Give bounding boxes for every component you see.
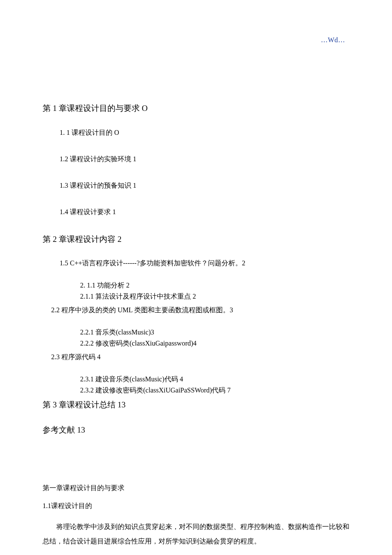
toc-item-1-5: 1.5 C++语言程序设计------?多功能资料加密软件？问题分析。2 xyxy=(60,258,349,268)
toc-chapter-3-title: 第 3 章课程设计总结 13 xyxy=(43,399,349,411)
table-of-contents: 第 1 章课程设计目的与要求 O 1. 1 课程设计目的 O 1.2 课程设计的… xyxy=(43,102,349,436)
body-content: 第一章课程设计目的与要求 1.1课程设计目的 将理论教学中涉及到的知识点贯穿起来… xyxy=(43,483,349,548)
toc-sub-2-3: 2.3.1 建设音乐类(classMusic)代码 4 2.3.2 建设修改密码… xyxy=(80,374,349,395)
header-watermark: …Wd… xyxy=(321,35,345,45)
toc-chapter-1-items: 1. 1 课程设计目的 O 1.2 课程设计的实验环境 1 1.3 课程设计的预… xyxy=(60,128,349,217)
toc-chapter-1-title: 第 1 章课程设计目的与要求 O xyxy=(43,102,349,115)
toc-chapter-2-items: 1.5 C++语言程序设计------?多功能资料加密软件？问题分析。2 2. … xyxy=(60,258,349,395)
toc-references-title: 参考文献 13 xyxy=(43,424,349,436)
toc-item-2-1-1a: 2. 1.1 功能分析 2 xyxy=(80,280,349,291)
toc-item-1-4: 1.4 课程设计要求 1 xyxy=(60,207,349,217)
toc-item-2-3: 2.3 程序源代码 4 xyxy=(51,352,349,362)
body-paragraph: 将理论教学中涉及到的知识点贯穿起来，对不同的数据类型、程序控制构造、数据构造作一… xyxy=(43,520,349,548)
document-page: …Wd… 第 1 章课程设计目的与要求 O 1. 1 课程设计目的 O 1.2 … xyxy=(0,0,392,555)
body-section-heading: 1.1课程设计目的 xyxy=(43,501,349,511)
body-chapter-heading: 第一章课程设计目的与要求 xyxy=(43,483,349,493)
toc-item-2-2-2: 2.2.2 修改密码类(classXiuGaipassword)4 xyxy=(80,338,349,349)
toc-item-2-3-1: 2.3.1 建设音乐类(classMusic)代码 4 xyxy=(80,374,349,384)
toc-item-1-2: 1.2 课程设计的实验环境 1 xyxy=(60,154,349,164)
toc-item-2-2: 2.2 程序中涉及的类的 UML 类图和主要函数流程图或框图。3 xyxy=(51,305,349,315)
toc-item-2-1-1b: 2.1.1 算法设计及程序设计中技术重点 2 xyxy=(80,291,349,302)
toc-item-2-3-2: 2.3.2 建设修改密码类(classXiUGaiPaSSWord)代码 7 xyxy=(80,385,349,395)
toc-chapter-2-title: 第 2 章课程设计内容 2 xyxy=(43,233,349,246)
toc-item-2-2-1: 2.2.1 音乐类(classMusic)3 xyxy=(80,327,349,337)
toc-item-1-1: 1. 1 课程设计目的 O xyxy=(60,128,349,138)
toc-sub-2-1: 2. 1.1 功能分析 2 2.1.1 算法设计及程序设计中技术重点 2 xyxy=(80,280,349,302)
toc-item-1-3: 1.3 课程设计的预备知识 1 xyxy=(60,180,349,191)
toc-sub-2-2: 2.2.1 音乐类(classMusic)3 2.2.2 修改密码类(class… xyxy=(80,327,349,349)
